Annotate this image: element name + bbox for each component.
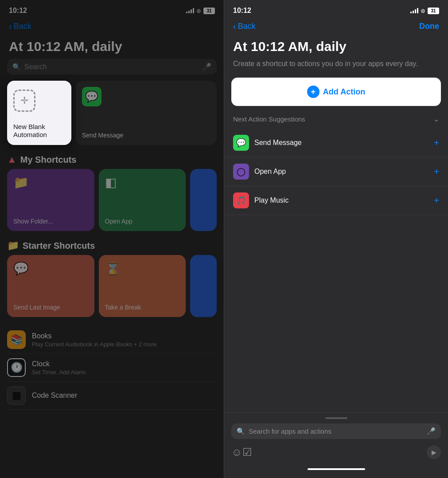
- search-placeholder-left: Search: [24, 63, 199, 71]
- checkmark-circle-icon[interactable]: ☑: [242, 446, 252, 458]
- bottom-search-bar[interactable]: 🔍 Search for apps and actions 🎤: [231, 423, 441, 439]
- send-message-icon: 💬: [82, 87, 101, 106]
- signal-icon-right: [410, 8, 418, 13]
- starter-shortcuts-grid: 💬 Send Last Image ⌛ Take a Break: [0, 255, 224, 317]
- add-play-music-icon[interactable]: +: [434, 196, 439, 206]
- status-icons-right: ⊛ 31: [410, 8, 439, 14]
- add-action-label: Add Action: [323, 87, 365, 97]
- back-label-left: Back: [14, 22, 31, 31]
- battery-icon-left: 31: [203, 8, 215, 14]
- add-open-app-icon[interactable]: +: [434, 167, 439, 177]
- drag-handle: [325, 417, 347, 419]
- send-message-label: Send Message: [82, 132, 123, 139]
- add-action-plus-icon: +: [307, 86, 319, 98]
- back-button-right[interactable]: ‹ Back: [233, 21, 256, 31]
- nav-bar-right: ‹ Back Done: [224, 20, 448, 36]
- folder-icon: 📁: [13, 175, 29, 190]
- status-time-left: 10:12: [9, 7, 27, 15]
- subtitle-text: Create a shortcut to actions you do in y…: [224, 59, 448, 78]
- list-item[interactable]: ▦ Code Scanner: [7, 382, 217, 410]
- clock-icon: 🕐: [7, 358, 26, 377]
- status-icons-left: ⊛ 31: [186, 8, 215, 14]
- music-icon: 🎵: [236, 196, 246, 205]
- open-app-card[interactable]: ◧ Open App: [99, 169, 186, 231]
- mic-icon-left[interactable]: 🎤: [203, 63, 211, 71]
- search-bar-left[interactable]: 🔍 Search 🎤: [7, 59, 217, 74]
- chevron-left-icon: ‹: [9, 21, 12, 31]
- open-app-label: Open App: [105, 218, 132, 225]
- blue-starter-partial[interactable]: [190, 255, 217, 317]
- books-title: Books: [32, 332, 156, 340]
- play-button[interactable]: ▶: [427, 445, 441, 459]
- add-action-button[interactable]: + Add Action: [231, 78, 441, 106]
- play-music-suggestion-icon: 🎵: [233, 192, 249, 208]
- list-item[interactable]: 🕐 Clock Set Timer, Add Alarm: [7, 354, 217, 382]
- play-music-suggestion-label: Play Music: [254, 196, 434, 204]
- books-item-text: Books Play Current Audiobook in Apple Bo…: [32, 332, 156, 348]
- send-last-image-card[interactable]: 💬 Send Last Image: [7, 255, 94, 317]
- plus-icon: ✛: [20, 96, 28, 106]
- wifi-icon-left: ⊛: [196, 8, 201, 14]
- timer-icon: ⌛: [105, 261, 121, 276]
- chevron-down-icon[interactable]: ⌄: [433, 115, 439, 123]
- page-title-right: At 10:12 AM, daily: [224, 36, 448, 59]
- code-scanner-item-text: Code Scanner: [32, 392, 77, 400]
- send-last-image-label: Send Last Image: [13, 304, 60, 311]
- shortcuts-app-icon: ▲: [7, 154, 17, 165]
- status-time-right: 10:12: [233, 7, 251, 15]
- starter-shortcuts-label: Starter Shortcuts: [23, 241, 95, 251]
- folder-blue-icon: 📁: [7, 240, 19, 251]
- message-icon: 💬: [236, 138, 246, 148]
- shortcuts-grid-row: 📁 Show Folder... ◧ Open App: [7, 169, 217, 231]
- smiley-icon[interactable]: ☺: [231, 446, 242, 458]
- chevron-left-icon-right: ‹: [233, 21, 236, 31]
- send-message-suggestion-icon: 💬: [233, 135, 249, 151]
- back-label-right: Back: [238, 22, 256, 31]
- send-message-card[interactable]: 💬 Send Message: [76, 81, 217, 145]
- take-a-break-card[interactable]: ⌛ Take a Break: [99, 255, 186, 317]
- starter-grid-row: 💬 Send Last Image ⌛ Take a Break: [7, 255, 217, 317]
- suggestion-play-music[interactable]: 🎵 Play Music +: [224, 186, 448, 215]
- message-bubble-icon: 💬: [85, 90, 98, 103]
- battery-icon-right: 31: [428, 8, 439, 14]
- back-button-left[interactable]: ‹ Back: [9, 21, 31, 31]
- mic-icon-bottom[interactable]: 🎤: [427, 427, 436, 435]
- clock-title: Clock: [32, 360, 86, 368]
- starter-shortcuts-header: 📁 Starter Shortcuts: [0, 235, 224, 255]
- nav-bar-left: ‹ Back: [0, 20, 224, 36]
- clock-item-text: Clock Set Timer, Add Alarm: [32, 360, 86, 376]
- status-bar-right: 10:12 ⊛ 31: [224, 0, 448, 20]
- send-message-suggestion-label: Send Message: [254, 139, 434, 147]
- suggestion-open-app[interactable]: ◯ Open App +: [224, 157, 448, 186]
- open-app-suggestion-label: Open App: [254, 168, 434, 176]
- list-item[interactable]: 📚 Books Play Current Audiobook in Apple …: [7, 326, 217, 354]
- suggestion-send-message[interactable]: 💬 Send Message +: [224, 129, 448, 157]
- bottom-search-area: 🔍 Search for apps and actions 🎤 ☺ ☑ ▶: [224, 412, 448, 478]
- new-blank-automation-card[interactable]: ✛ New BlankAutomation: [7, 81, 71, 145]
- suggestions-title: Next Action Suggestions: [233, 115, 305, 123]
- left-phone: 10:12 ⊛ 31 ‹ Back At 10:12 AM, daily 🔍 S…: [0, 0, 224, 478]
- right-phone: 10:12 ⊛ 31 ‹ Back Done At 10:12 AM, dail…: [224, 0, 448, 478]
- home-indicator-right: [308, 468, 365, 470]
- my-shortcuts-header: ▲ My Shortcuts: [0, 149, 224, 169]
- clock-subtitle: Set Timer, Add Alarm: [32, 369, 86, 376]
- my-shortcuts-label: My Shortcuts: [20, 155, 77, 165]
- done-button[interactable]: Done: [419, 22, 439, 31]
- new-blank-icon: ✛: [13, 90, 35, 112]
- layers-icon: ◧: [105, 175, 117, 190]
- blue-card-partial[interactable]: [190, 169, 217, 231]
- show-folder-label: Show Folder...: [13, 218, 53, 225]
- suggestions-header: Next Action Suggestions ⌄: [224, 115, 448, 129]
- category-row: ☺ ☑ ▶: [231, 443, 441, 468]
- page-title-left: At 10:12 AM, daily: [0, 36, 224, 59]
- new-blank-label: New BlankAutomation: [13, 123, 47, 139]
- add-send-message-icon[interactable]: +: [434, 138, 439, 148]
- open-app-suggestion-icon: ◯: [233, 164, 249, 180]
- code-scanner-icon: ▦: [7, 386, 26, 405]
- grid-section-left: ✛ New BlankAutomation 💬 Send Message: [0, 81, 224, 145]
- code-scanner-title: Code Scanner: [32, 392, 77, 400]
- search-icon-left: 🔍: [12, 63, 21, 71]
- chat-icon: 💬: [13, 261, 29, 276]
- show-folder-card[interactable]: 📁 Show Folder...: [7, 169, 94, 231]
- take-a-break-label: Take a Break: [105, 304, 141, 311]
